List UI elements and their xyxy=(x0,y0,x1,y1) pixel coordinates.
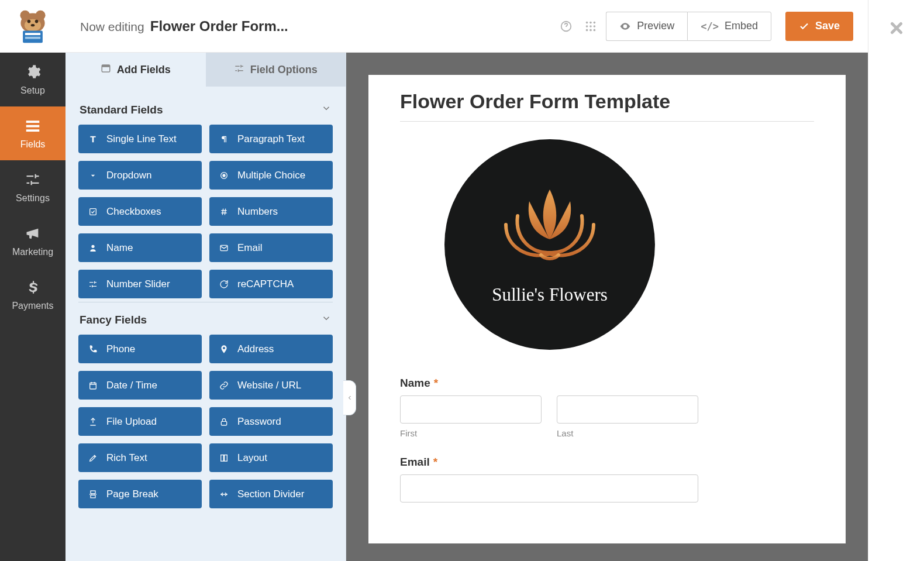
svg-point-26 xyxy=(223,174,225,177)
field-btn-name[interactable]: Name xyxy=(78,233,202,262)
field-btn-label: Phone xyxy=(106,343,135,355)
svg-rect-33 xyxy=(91,491,95,494)
field-btn-phone[interactable]: Phone xyxy=(78,335,202,363)
tab-field-options[interactable]: Field Options xyxy=(206,53,346,87)
topbar: Now editing Flower Order Form... Preview… xyxy=(65,0,868,53)
section-fancy-fields[interactable]: Fancy Fields xyxy=(78,302,333,335)
chevron-down-icon xyxy=(321,313,332,326)
paragraph-icon xyxy=(219,135,229,144)
chevron-down-icon xyxy=(321,103,332,116)
field-btn-label: Numbers xyxy=(237,206,278,218)
lotus-icon xyxy=(485,184,614,271)
field-btn-email[interactable]: Email xyxy=(209,233,333,262)
svg-rect-32 xyxy=(225,455,227,461)
svg-rect-12 xyxy=(26,129,40,132)
field-btn-recaptcha[interactable]: reCAPTCHA xyxy=(209,270,333,298)
email-input[interactable] xyxy=(400,474,698,503)
svg-rect-29 xyxy=(90,383,96,389)
save-button[interactable]: Save xyxy=(785,12,853,41)
field-btn-number-slider[interactable]: Number Slider xyxy=(78,270,202,298)
field-btn-label: Number Slider xyxy=(106,278,170,290)
divider-icon xyxy=(219,490,229,499)
svg-point-20 xyxy=(586,29,588,31)
name-label: Name xyxy=(400,377,430,390)
field-btn-numbers[interactable]: Numbers xyxy=(209,197,333,226)
field-btn-dropdown[interactable]: Dropdown xyxy=(78,161,202,190)
field-btn-rich-text[interactable]: Rich Text xyxy=(78,443,202,472)
tab-add-fields[interactable]: Add Fields xyxy=(65,53,206,87)
field-btn-multiple-choice[interactable]: Multiple Choice xyxy=(209,161,333,190)
nav-settings[interactable]: Settings xyxy=(0,160,65,214)
close-button[interactable] xyxy=(888,19,905,39)
field-btn-label: Rich Text xyxy=(106,452,147,464)
svg-rect-30 xyxy=(221,421,226,425)
field-btn-label: Paragraph Text xyxy=(237,133,305,145)
gear-icon xyxy=(24,63,42,81)
nav-fields[interactable]: Fields xyxy=(0,106,65,160)
field-btn-website-url[interactable]: Website / URL xyxy=(209,371,333,400)
svg-rect-34 xyxy=(91,495,95,498)
preview-button[interactable]: Preview xyxy=(606,12,687,41)
apps-grid-button[interactable] xyxy=(581,17,600,36)
field-email[interactable]: Email * xyxy=(400,456,814,503)
pencil-icon xyxy=(88,453,98,463)
svg-point-19 xyxy=(594,25,596,27)
embed-button[interactable]: </> Embed xyxy=(687,12,771,41)
form-name[interactable]: Flower Order Form... xyxy=(150,18,288,35)
fields-panel: Add Fields Field Options Standard Fields xyxy=(65,53,346,561)
nav-marketing[interactable]: Marketing xyxy=(0,214,65,268)
form-canvas[interactable]: Flower Order Form Template xyxy=(368,75,846,543)
left-nav: Setup Fields Settings Marketing Payments xyxy=(0,0,65,561)
nav-setup[interactable]: Setup xyxy=(0,53,65,106)
svg-point-5 xyxy=(35,19,39,23)
field-btn-label: Website / URL xyxy=(237,380,301,391)
svg-point-16 xyxy=(594,21,596,23)
now-editing-label: Now editing xyxy=(80,20,144,34)
brand-logo: Sullie's Flowers xyxy=(444,139,655,350)
field-btn-label: Dropdown xyxy=(106,170,152,181)
wpforms-mascot-icon xyxy=(15,8,51,44)
pin-icon xyxy=(219,345,229,354)
field-btn-section-divider[interactable]: Section Divider xyxy=(209,480,333,508)
field-name[interactable]: Name * First Last xyxy=(400,377,814,438)
last-name-input[interactable] xyxy=(557,395,698,424)
hash-icon xyxy=(219,207,229,216)
field-btn-layout[interactable]: Layout xyxy=(209,443,333,472)
svg-rect-8 xyxy=(25,33,40,35)
email-label: Email xyxy=(400,456,430,469)
field-btn-date-time[interactable]: Date / Time xyxy=(78,371,202,400)
nav-label: Fields xyxy=(20,139,46,150)
field-btn-label: Address xyxy=(237,343,274,355)
app-logo xyxy=(0,0,65,53)
check-icon xyxy=(799,21,809,32)
svg-point-14 xyxy=(586,21,588,23)
mail-icon xyxy=(219,243,229,253)
field-btn-checkboxes[interactable]: Checkboxes xyxy=(78,197,202,226)
nav-payments[interactable]: Payments xyxy=(0,268,65,322)
required-indicator: * xyxy=(433,456,437,469)
nav-label: Setup xyxy=(20,85,45,96)
field-btn-label: Section Divider xyxy=(237,488,304,500)
field-btn-single-line-text[interactable]: Single Line Text xyxy=(78,125,202,153)
pagebreak-icon xyxy=(88,490,98,499)
eye-icon xyxy=(619,20,631,32)
field-btn-password[interactable]: Password xyxy=(209,407,333,436)
collapse-panel-button[interactable] xyxy=(343,380,356,415)
field-btn-address[interactable]: Address xyxy=(209,335,333,363)
form-canvas-wrap: Flower Order Form Template xyxy=(346,53,868,561)
field-btn-page-break[interactable]: Page Break xyxy=(78,480,202,508)
recaptcha-icon xyxy=(219,280,229,289)
svg-point-22 xyxy=(594,29,596,31)
field-btn-label: Checkboxes xyxy=(106,206,161,218)
svg-point-17 xyxy=(586,25,588,27)
svg-point-6 xyxy=(31,23,35,26)
text-icon xyxy=(88,135,98,144)
help-button[interactable] xyxy=(557,17,575,36)
link-icon xyxy=(219,381,229,390)
radio-icon xyxy=(219,171,229,180)
field-btn-file-upload[interactable]: File Upload xyxy=(78,407,202,436)
field-btn-paragraph-text[interactable]: Paragraph Text xyxy=(209,125,333,153)
section-standard-fields[interactable]: Standard Fields xyxy=(78,92,333,125)
check-icon xyxy=(88,207,98,216)
first-name-input[interactable] xyxy=(400,395,542,424)
